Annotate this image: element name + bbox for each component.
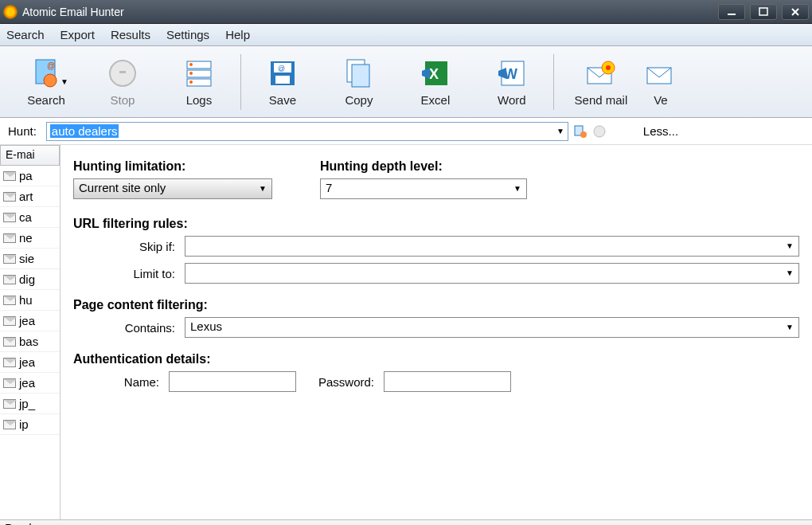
list-item[interactable]: art	[0, 186, 60, 207]
password-label: Password:	[296, 375, 384, 389]
options-panel: Hunting limitation: Current site only▼ H…	[61, 145, 812, 519]
hunt-value: auto dealers	[50, 124, 119, 138]
content-filter-title: Page content filtering:	[73, 298, 799, 312]
url-rules-title: URL filtering rules:	[73, 217, 799, 231]
mail-icon	[3, 316, 16, 326]
stop-icon	[106, 57, 139, 90]
status-text: Ready.	[5, 522, 39, 525]
list-item[interactable]: jea	[0, 352, 60, 373]
word-button[interactable]: W Word	[474, 57, 550, 107]
list-item-label: art	[19, 190, 33, 203]
svg-rect-18	[275, 76, 290, 84]
save-icon: @	[266, 57, 299, 90]
mail-icon	[3, 378, 16, 388]
list-item[interactable]: jea	[0, 311, 60, 331]
svg-point-13	[189, 72, 193, 75]
logs-icon	[182, 57, 216, 90]
list-item[interactable]: sie	[0, 249, 60, 269]
list-item-label: pa	[19, 169, 33, 182]
svg-point-5	[44, 74, 57, 87]
save-button[interactable]: @ Save	[244, 57, 321, 107]
password-input[interactable]	[384, 371, 511, 392]
limit-to-label: Limit to:	[73, 267, 185, 280]
verify-button[interactable]: Ve	[645, 57, 677, 107]
mail-icon	[3, 275, 16, 284]
chevron-down-icon: ▼	[259, 184, 267, 193]
excel-button[interactable]: X Excel	[397, 57, 474, 107]
search-dropdown-caret[interactable]: ▼	[61, 77, 68, 86]
app-icon	[3, 5, 18, 19]
maximize-button[interactable]	[750, 4, 777, 20]
mail-icon	[3, 399, 16, 409]
minimize-button[interactable]	[718, 4, 745, 20]
list-item[interactable]: bas	[0, 331, 60, 352]
list-item[interactable]: jp_	[0, 394, 60, 414]
email-column-header[interactable]: E-mai	[0, 145, 60, 166]
hunt-input[interactable]: auto dealers ▼	[46, 122, 568, 141]
verify-icon	[644, 57, 677, 90]
contains-input[interactable]: Lexus▼	[185, 317, 799, 338]
skip-if-input[interactable]: ▼	[185, 236, 799, 257]
chevron-down-icon: ▼	[786, 323, 794, 331]
depth-select[interactable]: 7▼	[320, 178, 527, 199]
name-label: Name:	[73, 375, 169, 389]
close-button[interactable]	[782, 4, 809, 20]
depth-title: Hunting depth level:	[320, 159, 527, 174]
chevron-down-icon[interactable]: ▼	[556, 127, 564, 135]
svg-point-32	[580, 131, 587, 138]
statusbar: Ready.	[0, 519, 812, 525]
list-item-label: sie	[19, 252, 34, 265]
menu-help[interactable]: Help	[225, 28, 250, 41]
list-item-label: ne	[19, 231, 33, 245]
window-title: Atomic Email Hunter	[22, 6, 718, 18]
hunt-action-icon[interactable]	[573, 124, 588, 139]
list-item-label: hu	[19, 293, 33, 307]
copy-button[interactable]: Copy	[321, 57, 397, 107]
list-item[interactable]: pa	[0, 166, 60, 186]
search-button[interactable]: @ Search	[8, 57, 84, 107]
list-item[interactable]: hu	[0, 290, 60, 311]
contains-label: Contains:	[73, 321, 185, 335]
list-item-label: dig	[19, 272, 35, 286]
list-item[interactable]: ne	[0, 228, 60, 249]
svg-point-12	[189, 63, 193, 66]
list-item-label: ca	[19, 210, 32, 224]
menu-search[interactable]: Search	[6, 28, 45, 41]
hunt-row: Hunt: auto dealers ▼ Less...	[0, 118, 812, 145]
list-item-label: ip	[19, 417, 29, 431]
svg-rect-20	[352, 65, 369, 87]
mail-icon	[3, 358, 16, 367]
list-item[interactable]: ip	[0, 414, 60, 435]
menu-export[interactable]: Export	[61, 28, 95, 41]
content-area: E-mai paartcanesiedighujeabasjeajeajp_ip…	[0, 145, 812, 519]
word-icon: W	[495, 57, 529, 90]
svg-rect-1	[759, 8, 767, 15]
mail-icon	[3, 337, 16, 347]
sendmail-button[interactable]: Send mail	[557, 57, 645, 107]
svg-point-33	[594, 126, 605, 137]
list-item[interactable]: ca	[0, 207, 60, 228]
limit-to-input[interactable]: ▼	[185, 263, 799, 284]
hunt-globe-icon[interactable]	[592, 124, 607, 139]
menu-results[interactable]: Results	[111, 28, 150, 41]
list-item-label: jea	[19, 355, 35, 369]
skip-if-label: Skip if:	[73, 240, 185, 253]
svg-marker-23	[422, 68, 430, 79]
limitation-select[interactable]: Current site only▼	[73, 178, 272, 199]
name-input[interactable]	[169, 371, 296, 392]
svg-rect-8	[119, 71, 126, 73]
search-icon: @	[29, 57, 63, 90]
limitation-title: Hunting limitation:	[73, 159, 272, 174]
mail-icon	[3, 171, 16, 181]
less-button[interactable]: Less...	[643, 124, 678, 138]
list-item-label: jea	[19, 314, 35, 327]
mail-icon	[3, 296, 16, 305]
list-item[interactable]: dig	[0, 269, 60, 290]
email-list-sidebar: E-mai paartcanesiedighujeabasjeajeajp_ip	[0, 145, 61, 519]
menubar: Search Export Results Settings Help	[0, 24, 812, 46]
svg-text:@: @	[278, 65, 285, 72]
sendmail-icon	[584, 57, 618, 90]
menu-settings[interactable]: Settings	[166, 28, 209, 41]
list-item[interactable]: jea	[0, 373, 60, 394]
logs-button[interactable]: Logs	[161, 57, 237, 107]
